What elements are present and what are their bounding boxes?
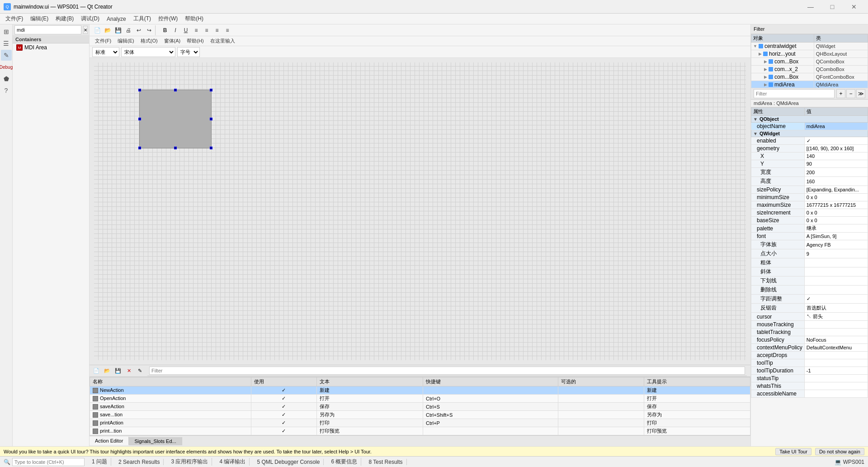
action-new-btn[interactable]: 📄 [91, 366, 101, 376]
action-table-row[interactable]: saveAction ✓ 保存 Ctrl+S 保存 [90, 403, 750, 411]
bold-btn[interactable]: B [160, 25, 170, 35]
maximize-button[interactable]: □ [822, 0, 843, 14]
underline-btn[interactable]: U [181, 25, 191, 35]
sidebar-mode-icon[interactable]: ☰ [1, 38, 12, 49]
col-shortcut-header[interactable]: 快捷键 [423, 377, 558, 386]
col-optional-header[interactable]: 可选的 [558, 377, 644, 386]
print-btn[interactable]: 🖨 [123, 25, 133, 35]
take-tour-button[interactable]: Take UI Tour [775, 448, 811, 455]
align-left-btn[interactable]: ≡ [191, 25, 201, 35]
designer-help-menu[interactable]: 帮助(H) [184, 37, 206, 45]
minimize-button[interactable]: — [800, 0, 821, 14]
widget-search-clear[interactable]: ✕ [83, 26, 88, 34]
align-justify-btn[interactable]: ≡ [222, 25, 232, 35]
resize-handle-bl[interactable] [138, 147, 141, 149]
statusbar-right: 💻 WPS001 [835, 459, 864, 465]
menu-help[interactable]: 帮助(H) [181, 14, 207, 24]
designer-canvas[interactable] [90, 58, 750, 365]
props-filter-input[interactable] [754, 89, 835, 98]
action-table-row[interactable]: OpenAction ✓ 打开 Ctrl+O 打开 [90, 395, 750, 403]
action-table-row[interactable]: printAction ✓ 打印 Ctrl+P 打印 [90, 419, 750, 427]
tree-row[interactable]: ▶ mdiArea QMdiArea [751, 81, 868, 89]
resize-handle-ml[interactable] [138, 118, 141, 120]
action-edit-btn[interactable]: ✎ [135, 366, 145, 376]
col-tooltip-header[interactable]: 工具提示 [644, 377, 750, 386]
mdi-area-widget[interactable] [139, 90, 212, 148]
tree-row[interactable]: ▶ com...Box QFontComboBox [751, 73, 868, 81]
statusbar-overview[interactable]: 6 概要信息 [327, 458, 361, 466]
statusbar-compile-output[interactable]: 4 编译输出 [216, 458, 250, 466]
statusbar-app-output[interactable]: 3 应用程序输出 [167, 458, 212, 466]
do-not-show-button[interactable]: Do not show again [815, 448, 864, 455]
action-save-btn[interactable]: 💾 [113, 366, 123, 376]
prop-row: palette 继承 [751, 224, 868, 233]
action-filter-input[interactable] [149, 367, 745, 375]
action-delete-btn[interactable]: ✕ [124, 366, 134, 376]
undo-btn[interactable]: ↩ [134, 25, 144, 35]
designer-window-menu[interactable]: 窗体(A) [161, 37, 184, 45]
resize-handle-tr[interactable] [210, 89, 212, 91]
designer-format-menu[interactable]: 格式(O) [138, 37, 160, 45]
props-add-btn[interactable]: + [836, 89, 845, 98]
redo-btn[interactable]: ↪ [144, 25, 154, 35]
menu-file[interactable]: 文件(F) [2, 14, 27, 24]
tree-row[interactable]: ▶ horiz...yout QHBoxLayout [751, 50, 868, 58]
signals-slots-tab[interactable]: Signals_Slots Ed... [129, 437, 182, 445]
props-minus-btn[interactable]: − [846, 89, 855, 98]
save-file-btn[interactable]: 💾 [113, 25, 123, 35]
widget-mdi-area[interactable]: M MDI Area [13, 43, 89, 52]
resize-handle-tm[interactable] [174, 89, 177, 91]
font-family-select[interactable]: 宋体 [121, 47, 175, 57]
tree-row[interactable]: ▼ centralwidget QWidget [751, 43, 868, 50]
props-more-btn[interactable]: ≫ [856, 89, 865, 98]
font-size-select[interactable]: 字号 [177, 47, 200, 57]
action-editor-tab[interactable]: Action Editor [90, 437, 129, 445]
statusbar-qml-debugger[interactable]: 5 QML Debugger Console [253, 459, 324, 465]
tree-row[interactable]: ▶ com...Box QComboBox [751, 58, 868, 66]
action-text: 打印预览 [316, 427, 423, 435]
resize-handle-tl[interactable] [138, 89, 141, 91]
sidebar-project-icon[interactable]: ⬟ [1, 73, 12, 84]
italic-btn[interactable]: I [170, 25, 180, 35]
widget-search-input[interactable] [14, 25, 81, 34]
menu-debug[interactable]: 调试(D) [77, 14, 103, 24]
designer-file-menu[interactable]: 文件(F) [92, 37, 114, 45]
sidebar-help-icon[interactable]: ? [1, 85, 12, 96]
prop-row: whatsThis [751, 382, 868, 390]
col-text-header[interactable]: 文本 [316, 377, 423, 386]
designer-enter-here[interactable]: 在这里输入 [208, 37, 238, 45]
align-center-btn[interactable]: ≡ [202, 25, 212, 35]
statusbar-test-results[interactable]: 8 Test Results [365, 459, 406, 465]
menu-tools[interactable]: 工具(T) [130, 14, 155, 24]
statusbar-search-input[interactable] [12, 458, 85, 466]
object-tree[interactable]: 对象 类 ▼ centralwidget QWidget ▶ horiz...y… [751, 34, 868, 88]
designer-edit-menu[interactable]: 编辑(E) [115, 37, 137, 45]
menu-edit[interactable]: 编辑(E) [27, 14, 52, 24]
menu-analyze[interactable]: Analyze [103, 15, 130, 23]
action-table-row[interactable]: save...tion ✓ 另存为 Ctrl+Shift+S 另存为 [90, 411, 750, 419]
menu-build[interactable]: 构建(B) [52, 14, 77, 24]
col-use-header[interactable]: 使用 [251, 377, 317, 386]
close-button[interactable]: ✕ [844, 0, 864, 14]
prop-row: enabled ✓ [751, 137, 868, 145]
sidebar-welcome-icon[interactable]: ⊞ [1, 26, 12, 37]
statusbar-problems[interactable]: 1 问题 [88, 458, 111, 466]
action-table-row[interactable]: NewAction ✓ 新建 新建 [90, 386, 750, 395]
action-table-row[interactable]: print...tion ✓ 打印预览 打印预览 [90, 427, 750, 435]
tree-row[interactable]: ▶ com...x_2 QComboBox [751, 66, 868, 73]
sidebar-debug-icon[interactable]: Debug [1, 62, 12, 72]
resize-handle-br[interactable] [210, 147, 212, 149]
menu-controls[interactable]: 控件(W) [155, 14, 181, 24]
text-mode-select[interactable]: 标准 [92, 47, 119, 57]
new-file-btn[interactable]: 📄 [92, 25, 102, 35]
resize-handle-bm[interactable] [174, 147, 177, 149]
action-open-btn[interactable]: 📂 [102, 366, 112, 376]
titlebar-title: mainwindow.ui — WPS001 — Qt Creator [14, 4, 113, 10]
statusbar-search-results[interactable]: 2 Search Results [115, 459, 164, 465]
open-file-btn[interactable]: 📂 [103, 25, 113, 35]
resize-handle-mr[interactable] [210, 118, 212, 120]
prop-row: 点大小 9 [751, 249, 868, 258]
align-right-btn[interactable]: ≡ [212, 25, 222, 35]
col-name-header[interactable]: 名称 [90, 377, 251, 386]
sidebar-design-icon[interactable]: ✎ [1, 50, 12, 61]
